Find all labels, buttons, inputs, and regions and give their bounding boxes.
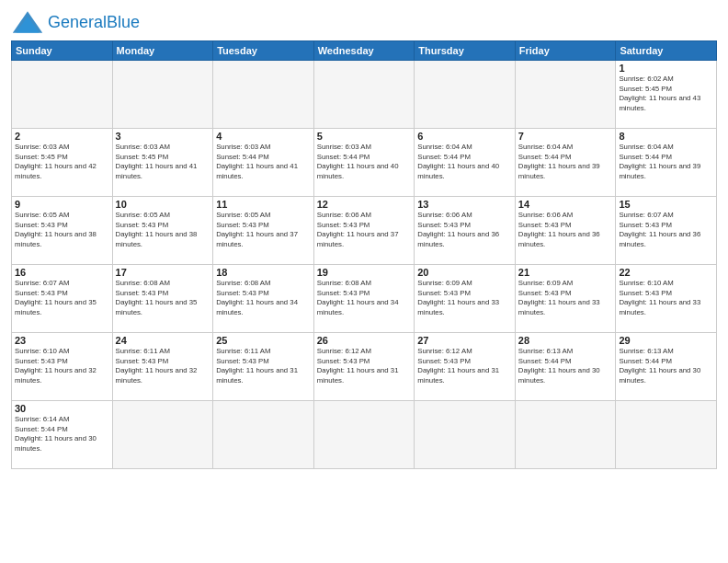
calendar-row: 2Sunrise: 6:03 AMSunset: 5:45 PMDaylight… (12, 129, 717, 197)
day-info: Sunrise: 6:06 AMSunset: 5:43 PMDaylight:… (417, 211, 512, 249)
table-row: 6Sunrise: 6:04 AMSunset: 5:44 PMDaylight… (415, 129, 516, 197)
day-number: 18 (216, 267, 311, 278)
day-number: 3 (116, 131, 210, 142)
calendar-row: 30Sunrise: 6:14 AMSunset: 5:44 PMDayligh… (12, 401, 717, 469)
empty-cell (112, 61, 213, 129)
day-number: 28 (518, 335, 613, 346)
table-row: 4Sunrise: 6:03 AMSunset: 5:44 PMDaylight… (213, 129, 314, 197)
table-row: 13Sunrise: 6:06 AMSunset: 5:43 PMDayligh… (415, 197, 516, 265)
header-monday: Monday (112, 41, 213, 61)
day-info: Sunrise: 6:05 AMSunset: 5:43 PMDaylight:… (15, 211, 109, 249)
day-info: Sunrise: 6:04 AMSunset: 5:44 PMDaylight:… (518, 143, 613, 181)
logo-general: General (48, 13, 107, 31)
day-number: 21 (518, 267, 613, 278)
empty-cell (213, 401, 314, 469)
day-info: Sunrise: 6:08 AMSunset: 5:43 PMDaylight:… (116, 279, 210, 317)
day-number: 14 (518, 199, 613, 210)
header-friday: Friday (515, 41, 616, 61)
day-number: 10 (116, 199, 210, 210)
table-row: 20Sunrise: 6:09 AMSunset: 5:43 PMDayligh… (415, 265, 516, 333)
day-info: Sunrise: 6:11 AMSunset: 5:43 PMDaylight:… (116, 347, 210, 385)
table-row: 5Sunrise: 6:03 AMSunset: 5:44 PMDaylight… (313, 129, 415, 197)
table-row: 3Sunrise: 6:03 AMSunset: 5:45 PMDaylight… (112, 129, 213, 197)
weekday-header-row: Sunday Monday Tuesday Wednesday Thursday… (12, 41, 717, 61)
table-row: 2Sunrise: 6:03 AMSunset: 5:45 PMDaylight… (12, 129, 113, 197)
day-number: 5 (317, 131, 412, 142)
empty-cell (515, 401, 616, 469)
table-row: 11Sunrise: 6:05 AMSunset: 5:43 PMDayligh… (213, 197, 314, 265)
day-info: Sunrise: 6:05 AMSunset: 5:43 PMDaylight:… (116, 211, 210, 249)
empty-cell (415, 61, 516, 129)
header-wednesday: Wednesday (313, 41, 415, 61)
table-row: 21Sunrise: 6:09 AMSunset: 5:43 PMDayligh… (515, 265, 616, 333)
day-number: 27 (417, 335, 512, 346)
day-number: 17 (116, 267, 210, 278)
table-row: 7Sunrise: 6:04 AMSunset: 5:44 PMDaylight… (515, 129, 616, 197)
header: GeneralBlue (11, 9, 717, 35)
day-number: 12 (317, 199, 412, 210)
table-row: 23Sunrise: 6:10 AMSunset: 5:43 PMDayligh… (12, 333, 113, 401)
calendar-row: 1Sunrise: 6:02 AMSunset: 5:45 PMDaylight… (12, 61, 717, 129)
day-info: Sunrise: 6:05 AMSunset: 5:43 PMDaylight:… (216, 211, 311, 249)
table-row: 12Sunrise: 6:06 AMSunset: 5:43 PMDayligh… (313, 197, 415, 265)
day-info: Sunrise: 6:10 AMSunset: 5:43 PMDaylight:… (15, 347, 109, 385)
day-number: 1 (619, 63, 713, 74)
day-number: 11 (216, 199, 311, 210)
day-number: 6 (417, 131, 512, 142)
calendar-table: Sunday Monday Tuesday Wednesday Thursday… (11, 40, 717, 469)
empty-cell (112, 401, 213, 469)
day-info: Sunrise: 6:07 AMSunset: 5:43 PMDaylight:… (15, 279, 109, 317)
day-number: 16 (15, 267, 109, 278)
day-info: Sunrise: 6:07 AMSunset: 5:43 PMDaylight:… (619, 211, 713, 249)
calendar-row: 23Sunrise: 6:10 AMSunset: 5:43 PMDayligh… (12, 333, 717, 401)
day-info: Sunrise: 6:03 AMSunset: 5:44 PMDaylight:… (317, 143, 412, 181)
day-info: Sunrise: 6:08 AMSunset: 5:43 PMDaylight:… (216, 279, 311, 317)
day-number: 26 (317, 335, 412, 346)
header-sunday: Sunday (12, 41, 113, 61)
empty-cell (12, 61, 113, 129)
day-number: 7 (518, 131, 613, 142)
calendar-row: 16Sunrise: 6:07 AMSunset: 5:43 PMDayligh… (12, 265, 717, 333)
empty-cell (313, 61, 415, 129)
day-number: 23 (15, 335, 109, 346)
day-info: Sunrise: 6:04 AMSunset: 5:44 PMDaylight:… (619, 143, 713, 181)
day-number: 15 (619, 199, 713, 210)
day-info: Sunrise: 6:04 AMSunset: 5:44 PMDaylight:… (417, 143, 512, 181)
day-number: 25 (216, 335, 311, 346)
empty-cell (213, 61, 314, 129)
table-row: 24Sunrise: 6:11 AMSunset: 5:43 PMDayligh… (112, 333, 213, 401)
day-info: Sunrise: 6:13 AMSunset: 5:44 PMDaylight:… (619, 347, 713, 385)
day-info: Sunrise: 6:03 AMSunset: 5:44 PMDaylight:… (216, 143, 311, 181)
table-row: 25Sunrise: 6:11 AMSunset: 5:43 PMDayligh… (213, 333, 314, 401)
calendar-row: 9Sunrise: 6:05 AMSunset: 5:43 PMDaylight… (12, 197, 717, 265)
generalblue-logo-icon (11, 9, 44, 35)
table-row: 9Sunrise: 6:05 AMSunset: 5:43 PMDaylight… (12, 197, 113, 265)
day-info: Sunrise: 6:11 AMSunset: 5:43 PMDaylight:… (216, 347, 311, 385)
day-info: Sunrise: 6:12 AMSunset: 5:43 PMDaylight:… (317, 347, 412, 385)
table-row: 28Sunrise: 6:13 AMSunset: 5:44 PMDayligh… (515, 333, 616, 401)
day-info: Sunrise: 6:06 AMSunset: 5:43 PMDaylight:… (317, 211, 412, 249)
table-row: 17Sunrise: 6:08 AMSunset: 5:43 PMDayligh… (112, 265, 213, 333)
logo: GeneralBlue (11, 9, 140, 35)
empty-cell (616, 401, 717, 469)
day-info: Sunrise: 6:09 AMSunset: 5:43 PMDaylight:… (518, 279, 613, 317)
header-tuesday: Tuesday (213, 41, 314, 61)
day-number: 24 (116, 335, 210, 346)
header-thursday: Thursday (415, 41, 516, 61)
day-info: Sunrise: 6:12 AMSunset: 5:43 PMDaylight:… (417, 347, 512, 385)
empty-cell (415, 401, 516, 469)
table-row: 22Sunrise: 6:10 AMSunset: 5:43 PMDayligh… (616, 265, 717, 333)
logo-text: GeneralBlue (48, 14, 140, 30)
day-info: Sunrise: 6:06 AMSunset: 5:43 PMDaylight:… (518, 211, 613, 249)
table-row: 26Sunrise: 6:12 AMSunset: 5:43 PMDayligh… (313, 333, 415, 401)
table-row: 14Sunrise: 6:06 AMSunset: 5:43 PMDayligh… (515, 197, 616, 265)
day-number: 30 (15, 403, 109, 414)
empty-cell (313, 401, 415, 469)
header-saturday: Saturday (616, 41, 717, 61)
day-number: 2 (15, 131, 109, 142)
day-info: Sunrise: 6:09 AMSunset: 5:43 PMDaylight:… (417, 279, 512, 317)
table-row: 29Sunrise: 6:13 AMSunset: 5:44 PMDayligh… (616, 333, 717, 401)
day-number: 8 (619, 131, 713, 142)
day-info: Sunrise: 6:14 AMSunset: 5:44 PMDaylight:… (15, 415, 109, 454)
table-row: 19Sunrise: 6:08 AMSunset: 5:43 PMDayligh… (313, 265, 415, 333)
